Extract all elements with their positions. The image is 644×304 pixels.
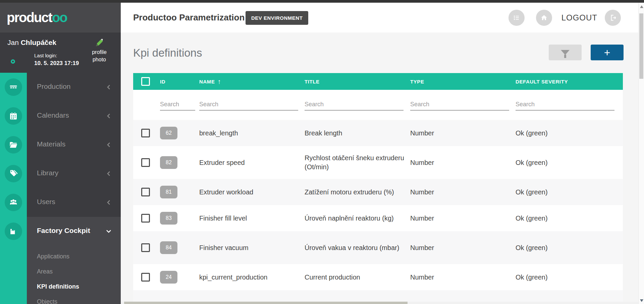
- id-badge: 82: [160, 156, 177, 169]
- cell-name: Extruder speed: [199, 146, 300, 179]
- list-icon: [512, 13, 521, 22]
- tags-icon: [5, 165, 22, 182]
- cell-type: Number: [410, 179, 511, 205]
- cell-type: Number: [410, 205, 511, 231]
- logo[interactable]: productoo: [0, 3, 121, 33]
- users-icon: [5, 194, 22, 211]
- profile-photo-label: profile photo: [92, 49, 107, 62]
- sidebar-item-label: Library: [37, 169, 58, 177]
- search-input-type[interactable]: [410, 99, 509, 111]
- table-row[interactable]: 84 Finisher vacuum Úroveň vakua v reakto…: [133, 231, 623, 264]
- submenu-item-kpi-definitions[interactable]: KPI definitions: [0, 279, 121, 294]
- sidebar-item-calendars[interactable]: Calendars: [0, 102, 121, 130]
- user-first-name: Jan: [7, 39, 19, 46]
- conveyor-icon: [5, 78, 22, 96]
- row-checkbox[interactable]: [141, 129, 150, 137]
- column-header-label: DEFAULT SEVERITY: [516, 79, 568, 84]
- factory-icon: [5, 223, 22, 240]
- column-header-id[interactable]: ID: [160, 73, 165, 90]
- sidebar-item-production[interactable]: Production: [0, 73, 121, 102]
- submenu-item-objects[interactable]: Objects: [0, 294, 121, 304]
- sidebar-item-factory-cockpit[interactable]: Factory Cockpit: [0, 217, 121, 246]
- scroll-down-arrow-icon[interactable]: [640, 299, 643, 302]
- id-badge: 83: [160, 212, 177, 225]
- row-checkbox[interactable]: [141, 188, 150, 196]
- add-kpi-button[interactable]: +: [591, 45, 624, 60]
- sidebar-item-users[interactable]: Users: [0, 188, 121, 217]
- logout-link[interactable]: LOGOUT: [561, 13, 597, 22]
- cell-severity: Ok (green): [516, 264, 620, 290]
- submenu-item-applications[interactable]: Applications: [0, 249, 121, 264]
- filter-button[interactable]: [549, 45, 582, 60]
- chevron-left-icon: [105, 198, 113, 206]
- header-actions: LOGOUT: [508, 10, 621, 26]
- app-title: Productoo Parametrization: [133, 12, 245, 23]
- cell-type: Number: [410, 146, 511, 179]
- menu-list-button[interactable]: [508, 10, 525, 26]
- id-badge: 84: [160, 241, 177, 254]
- logout-icon: [608, 13, 617, 22]
- calendar-icon: [5, 107, 22, 125]
- sidebar-item-materials[interactable]: Materials: [0, 130, 121, 159]
- submenu-item-areas[interactable]: Areas: [0, 264, 121, 279]
- sidebar-item-label: Factory Cockpit: [37, 227, 90, 235]
- search-input-name[interactable]: [199, 99, 298, 111]
- row-checkbox[interactable]: [141, 158, 150, 167]
- cell-type: Number: [410, 264, 511, 290]
- sidebar-item-label: Calendars: [37, 111, 69, 119]
- table-row[interactable]: 24 kpi_current_production Current produc…: [133, 264, 623, 290]
- cell-name: break_length: [199, 120, 300, 146]
- table-row[interactable]: 81 Extruder workload Zatížení motoru ext…: [133, 179, 623, 205]
- id-badge: 81: [160, 186, 177, 198]
- profile-photo-link[interactable]: profile photo: [85, 38, 114, 70]
- cell-severity: Ok (green): [516, 120, 620, 146]
- last-login-label: Last login:: [34, 53, 57, 58]
- chevron-left-icon: [105, 141, 113, 149]
- cell-title: Úroveň naplnění reaktoru (kg): [305, 205, 405, 231]
- chevron-left-icon: [105, 83, 113, 91]
- user-last-name: Chlupáček: [21, 39, 56, 46]
- logout-button[interactable]: [605, 10, 621, 26]
- cell-type: Number: [410, 120, 511, 146]
- horizontal-scrollbar-thumb[interactable]: [124, 302, 408, 304]
- env-badge: DEV ENVIRONMENT: [246, 11, 308, 25]
- cell-title: Break length: [305, 120, 405, 146]
- last-login-value: 10. 5. 2023 17:19: [34, 60, 79, 67]
- app-root: productoo Jan Chlupáček profile photo La…: [0, 0, 644, 304]
- sidebar-nav: Production Calendars Materials: [0, 73, 121, 304]
- column-header-default-severity[interactable]: DEFAULT SEVERITY: [516, 73, 568, 90]
- vertical-scrollbar[interactable]: [638, 3, 644, 304]
- id-badge: 24: [160, 271, 177, 284]
- row-checkbox[interactable]: [141, 273, 150, 282]
- factory-cockpit-submenu: Applications Areas KPI definitions Objec…: [0, 249, 121, 304]
- row-checkbox[interactable]: [141, 243, 150, 252]
- column-header-name[interactable]: NAME↑: [199, 73, 221, 90]
- cell-title: Rychlost otáčení šneku extruderu (Ot/min…: [305, 146, 405, 179]
- content-area: Kpi definitions + ID NAME↑ TITLE TYPE DE…: [121, 33, 638, 304]
- funnel-icon: [561, 50, 570, 55]
- horizontal-scrollbar[interactable]: [121, 302, 638, 304]
- table-header-row: ID NAME↑ TITLE TYPE DEFAULT SEVERITY: [133, 73, 623, 90]
- user-panel: Jan Chlupáček profile photo Last login: …: [0, 33, 121, 73]
- column-header-label: TYPE: [410, 79, 424, 84]
- cell-title: Current production: [305, 264, 405, 290]
- table-row[interactable]: 82 Extruder speed Rychlost otáčení šneku…: [133, 146, 623, 179]
- cell-severity: Ok (green): [516, 146, 620, 179]
- scroll-up-arrow-icon[interactable]: [640, 5, 643, 8]
- select-all-checkbox[interactable]: [141, 77, 150, 86]
- search-input-severity[interactable]: [516, 99, 614, 111]
- table-row[interactable]: 62 break_length Break length Number Ok (…: [133, 120, 623, 146]
- cell-type: Number: [410, 231, 511, 264]
- vertical-scrollbar-thumb[interactable]: [639, 13, 643, 79]
- row-checkbox[interactable]: [141, 214, 150, 223]
- search-input-id[interactable]: [160, 99, 195, 111]
- table-row[interactable]: 83 Finisher fill level Úroveň naplnění r…: [133, 205, 623, 231]
- home-button[interactable]: [536, 10, 552, 26]
- column-header-type[interactable]: TYPE: [410, 73, 424, 90]
- home-icon: [540, 13, 548, 22]
- search-input-title[interactable]: [305, 99, 404, 111]
- column-header-title[interactable]: TITLE: [305, 73, 320, 90]
- user-name: Jan Chlupáček: [7, 39, 56, 47]
- logo-text: productoo: [7, 10, 67, 25]
- sidebar-item-library[interactable]: Library: [0, 159, 121, 188]
